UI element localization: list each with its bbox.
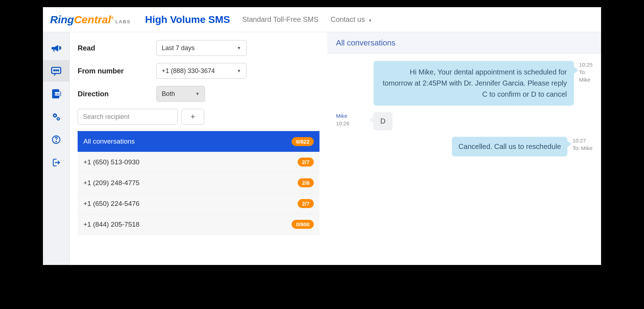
message-sender: Mike	[336, 112, 368, 120]
svg-point-8	[56, 141, 57, 142]
chat-panel: All conversations Hi Mike, Your dental a…	[327, 32, 601, 265]
conversation-badge: 2/8	[298, 178, 314, 187]
from-label: From number	[78, 67, 156, 75]
nav: High Volume SMS Standard Toll-Free SMS C…	[145, 14, 372, 25]
chevron-down-icon: ▼	[368, 18, 372, 23]
conversation-item[interactable]: +1 (650) 224-5476 2/7	[78, 193, 319, 214]
gears-icon	[51, 112, 61, 122]
megaphone-icon	[50, 42, 62, 54]
conversation-label: +1 (844) 205-7518	[83, 221, 140, 228]
filter-row-read: Read Last 7 days ▼	[70, 40, 327, 56]
chevron-down-icon: ▼	[237, 45, 241, 50]
logo-labs: LABS	[115, 19, 131, 24]
message-bubble: Hi Mike, Your dental appointment is sche…	[374, 61, 574, 106]
message-row-outgoing: Cancelled. Call us to reschedule 10:27 T…	[336, 137, 592, 156]
conversation-badge: 6/822	[292, 137, 314, 146]
app-frame: Ring Central® LABS High Volume SMS Stand…	[43, 7, 601, 265]
message-bubble: D	[373, 112, 392, 130]
body: CSV Read Last 7 days ▼ From numbe	[43, 32, 601, 265]
svg-point-1	[54, 70, 55, 71]
direction-label: Direction	[78, 90, 156, 98]
sidebar-item-settings[interactable]	[43, 106, 70, 127]
search-input[interactable]: Search recipient	[78, 109, 178, 125]
message-row-incoming: Mike 10:26 D	[336, 112, 592, 130]
chevron-down-icon: ▼	[195, 91, 200, 96]
sidebar: CSV	[43, 32, 70, 265]
svg-point-3	[58, 70, 59, 71]
conversation-badge: 2/7	[298, 158, 314, 166]
nav-standard-sms[interactable]: Standard Toll-Free SMS	[242, 15, 318, 24]
conversation-item[interactable]: +1 (650) 513-0930 2/7	[78, 152, 319, 173]
conversation-item-all[interactable]: All conversations 6/822	[78, 131, 319, 152]
nav-high-volume-sms[interactable]: High Volume SMS	[145, 14, 230, 25]
message-meta: 10:25 To: Mike	[579, 61, 592, 83]
message-time: 10:25	[579, 61, 592, 68]
search-row: Search recipient +	[70, 109, 327, 125]
message-time: 10:27	[572, 137, 592, 144]
logo-central: Central®	[74, 14, 114, 26]
read-select[interactable]: Last 7 days ▼	[156, 40, 247, 56]
logo-ring: Ring	[50, 14, 74, 26]
conversation-label: All conversations	[83, 137, 135, 145]
svg-text:CSV: CSV	[55, 93, 60, 96]
nav-contact-us[interactable]: Contact us ▼	[331, 15, 372, 24]
direction-value: Both	[162, 90, 175, 98]
read-value: Last 7 days	[162, 44, 195, 52]
conversation-label: +1 (209) 248-4775	[83, 179, 140, 187]
direction-select[interactable]: Both ▼	[156, 86, 205, 102]
conversation-list: All conversations 6/822 +1 (650) 513-093…	[70, 131, 327, 235]
csv-file-icon: CSV	[50, 88, 62, 100]
filter-row-from: From number +1 (888) 330-3674 ▼	[70, 63, 327, 79]
chat-title: All conversations	[327, 32, 601, 54]
conversation-label: +1 (650) 513-0930	[83, 158, 140, 166]
conversation-badge: 2/7	[298, 199, 314, 208]
message-to-name: Mike	[579, 76, 592, 83]
read-label: Read	[78, 44, 156, 52]
conversation-item[interactable]: +1 (209) 248-4775 2/8	[78, 173, 319, 193]
help-icon	[51, 135, 61, 145]
from-number-select[interactable]: +1 (888) 330-3674 ▼	[156, 63, 247, 79]
sidebar-item-help[interactable]	[43, 129, 70, 150]
svg-point-2	[56, 70, 57, 71]
conversation-badge: 0/800	[292, 220, 314, 229]
chevron-down-icon: ▼	[237, 68, 241, 73]
logo-registered: ®	[111, 16, 114, 20]
header: Ring Central® LABS High Volume SMS Stand…	[43, 7, 601, 32]
sidebar-item-logout[interactable]	[43, 152, 70, 173]
message-meta: 10:27 To: Mike	[572, 137, 592, 152]
message-to-label: To:	[579, 68, 592, 76]
add-recipient-button[interactable]: +	[181, 109, 204, 125]
from-value: +1 (888) 330-3674	[162, 67, 215, 75]
chat-icon	[50, 65, 62, 77]
message-meta: Mike 10:26	[336, 112, 368, 127]
conversation-item[interactable]: +1 (844) 205-7518 0/800	[78, 214, 319, 235]
logout-icon	[51, 158, 61, 168]
sidebar-item-conversations[interactable]	[43, 60, 70, 82]
sidebar-item-csv[interactable]: CSV	[43, 83, 70, 105]
message-time: 10:26	[336, 120, 368, 127]
filters-panel: Read Last 7 days ▼ From number +1 (888) …	[70, 32, 327, 265]
logo[interactable]: Ring Central® LABS	[50, 14, 131, 26]
chat-body[interactable]: Hi Mike, Your dental appointment is sche…	[327, 54, 601, 265]
conversation-label: +1 (650) 224-5476	[83, 200, 140, 208]
sidebar-item-announce[interactable]	[43, 37, 70, 59]
nav-contact-label: Contact us	[331, 15, 365, 23]
message-bubble: Cancelled. Call us to reschedule	[452, 137, 567, 156]
message-to: To: Mike	[572, 144, 592, 152]
logo-central-text: Central	[74, 14, 111, 25]
message-row-outgoing: Hi Mike, Your dental appointment is sche…	[336, 61, 592, 106]
search-placeholder: Search recipient	[83, 113, 130, 121]
filter-row-direction: Direction Both ▼	[70, 86, 327, 102]
